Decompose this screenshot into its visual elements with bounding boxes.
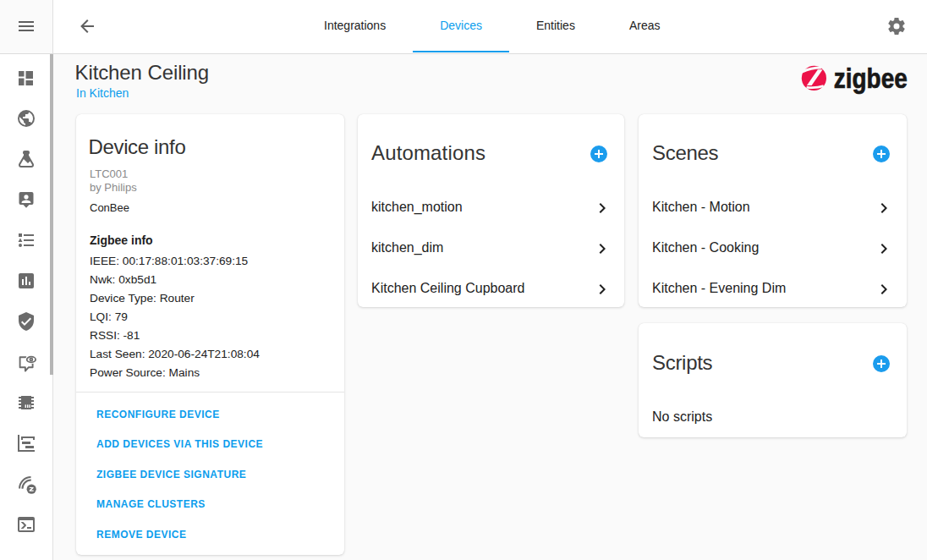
svg-text:zigbee: zigbee [834, 63, 908, 94]
